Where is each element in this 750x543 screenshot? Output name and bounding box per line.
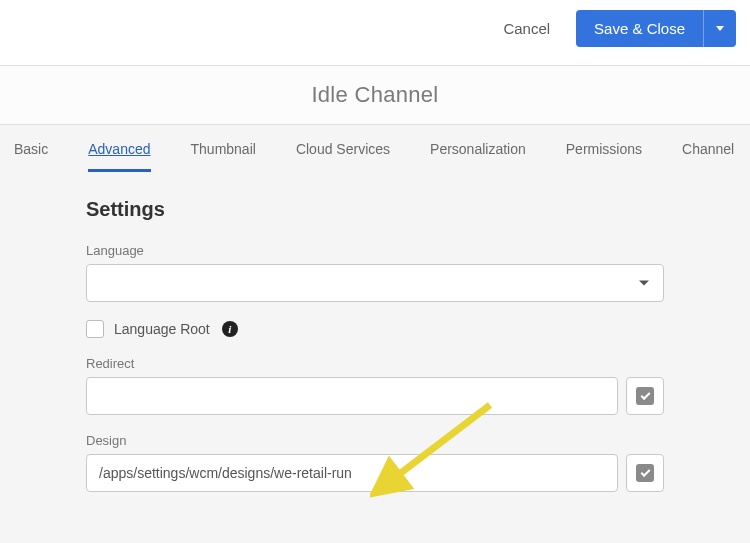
- tab-cloud-services[interactable]: Cloud Services: [296, 141, 390, 172]
- redirect-label: Redirect: [86, 356, 664, 371]
- settings-panel: Settings Language Language Root i Redire…: [0, 172, 750, 543]
- language-label: Language: [86, 243, 664, 258]
- language-root-checkbox[interactable]: [86, 320, 104, 338]
- check-icon: [636, 464, 654, 482]
- tab-permissions[interactable]: Permissions: [566, 141, 642, 172]
- tab-basic[interactable]: Basic: [14, 141, 48, 172]
- save-options-dropdown-button[interactable]: [703, 10, 736, 47]
- tab-personalization[interactable]: Personalization: [430, 141, 526, 172]
- settings-heading: Settings: [86, 198, 664, 221]
- save-button-group: Save & Close: [576, 10, 736, 47]
- cancel-button[interactable]: Cancel: [491, 12, 562, 45]
- chevron-down-icon: [639, 281, 649, 286]
- chevron-down-icon: [716, 26, 724, 31]
- design-input-wrap: [86, 454, 618, 492]
- tab-advanced[interactable]: Advanced: [88, 141, 150, 172]
- check-icon: [636, 387, 654, 405]
- info-icon[interactable]: i: [222, 321, 238, 337]
- design-input[interactable]: [99, 465, 605, 481]
- page-title: Idle Channel: [0, 82, 750, 108]
- title-bar: Idle Channel: [0, 65, 750, 125]
- language-field: Language: [86, 243, 664, 302]
- language-root-label: Language Root: [114, 321, 210, 337]
- design-label: Design: [86, 433, 664, 448]
- tab-channel[interactable]: Channel: [682, 141, 734, 172]
- action-bar: Cancel Save & Close: [0, 0, 750, 65]
- save-and-close-button[interactable]: Save & Close: [576, 10, 703, 47]
- tab-list: Basic Advanced Thumbnail Cloud Services …: [0, 125, 750, 172]
- design-field: Design: [86, 433, 664, 492]
- tab-thumbnail[interactable]: Thumbnail: [191, 141, 256, 172]
- language-root-row: Language Root i: [86, 320, 664, 338]
- redirect-field: Redirect: [86, 356, 664, 415]
- design-toggle-button[interactable]: [626, 454, 664, 492]
- redirect-toggle-button[interactable]: [626, 377, 664, 415]
- language-select[interactable]: [86, 264, 664, 302]
- redirect-input[interactable]: [99, 388, 605, 404]
- redirect-input-wrap: [86, 377, 618, 415]
